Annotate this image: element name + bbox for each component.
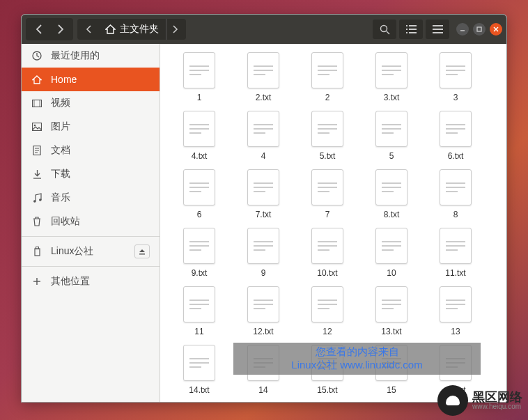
home-icon — [31, 75, 42, 84]
image-icon — [31, 123, 42, 131]
path-expand-icon[interactable] — [166, 25, 185, 33]
sidebar-item-home[interactable]: Home — [22, 68, 160, 91]
file-item[interactable]: 1 — [167, 52, 231, 102]
path-label: 主文件夹 — [120, 23, 159, 36]
file-label: 14.txt — [189, 385, 209, 395]
sidebar-item-label: 视频 — [51, 97, 70, 109]
path-back-icon[interactable] — [79, 25, 98, 33]
file-item[interactable]: 5.txt — [295, 111, 359, 161]
file-label: 1 — [197, 93, 202, 102]
file-label: 15.txt — [317, 385, 337, 395]
file-label: 10 — [387, 268, 396, 278]
file-label: 13.txt — [381, 327, 401, 336]
svg-rect-8 — [433, 25, 443, 26]
text-file-icon — [440, 52, 472, 88]
search-button[interactable] — [373, 20, 396, 39]
breadcrumb[interactable]: 主文件夹 — [77, 19, 186, 40]
file-label: 2.txt — [256, 93, 272, 102]
file-item[interactable]: 13 — [424, 286, 488, 336]
sidebar-item-downloads[interactable]: 下载 — [22, 162, 160, 186]
file-item[interactable]: 4 — [231, 111, 295, 161]
svg-point-0 — [380, 25, 387, 31]
text-file-icon — [183, 111, 215, 147]
sidebar-item-recent[interactable]: 最近使用的 — [22, 44, 160, 68]
window-controls — [456, 23, 502, 36]
titlebar: 主文件夹 — [22, 15, 506, 44]
file-label: 11 — [194, 327, 203, 336]
svg-rect-5 — [409, 29, 417, 30]
file-item[interactable]: 3 — [424, 52, 488, 102]
view-list-button[interactable] — [399, 20, 423, 39]
sidebar-separator — [22, 236, 160, 237]
file-item[interactable]: 9 — [231, 228, 295, 278]
forward-button[interactable] — [49, 20, 72, 39]
file-item[interactable]: 6 — [167, 169, 231, 219]
sidebar-device-usb[interactable]: Linux公社 — [22, 240, 160, 263]
eject-button[interactable] — [134, 244, 150, 258]
sidebar-item-label: 回收站 — [51, 215, 80, 228]
path-segment-home[interactable]: 主文件夹 — [98, 19, 166, 40]
text-file-icon — [440, 286, 472, 322]
sidebar-item-label: 最近使用的 — [51, 49, 100, 62]
file-label: 3.txt — [384, 93, 400, 102]
file-label: 10.txt — [317, 268, 337, 278]
mushroom-icon — [437, 385, 468, 416]
text-file-icon — [440, 111, 472, 147]
text-file-icon — [375, 169, 407, 205]
file-item[interactable]: 14.txt — [167, 345, 231, 395]
home-icon — [105, 24, 116, 34]
trash-icon — [31, 217, 42, 226]
text-file-icon — [247, 286, 279, 322]
svg-line-1 — [387, 31, 389, 34]
maximize-button[interactable] — [473, 23, 486, 36]
file-item[interactable]: 10 — [359, 228, 424, 278]
sidebar: 最近使用的 Home 视频 图片 文档 下载 — [22, 44, 160, 402]
file-item[interactable]: 7.txt — [231, 169, 295, 219]
file-item[interactable]: 11 — [167, 286, 231, 336]
clock-icon — [31, 51, 42, 61]
file-item[interactable]: 4.txt — [167, 111, 231, 161]
svg-rect-29 — [36, 247, 38, 249]
file-item[interactable]: 6.txt — [424, 111, 488, 161]
sidebar-item-label: 其他位置 — [51, 275, 90, 288]
svg-rect-10 — [433, 32, 443, 33]
watermark-line2: Linux公社 www.linuxidc.com — [291, 359, 422, 372]
sidebar-item-trash[interactable]: 回收站 — [22, 210, 160, 233]
file-label: 3 — [453, 93, 458, 102]
file-item[interactable]: 12 — [295, 286, 359, 336]
file-item[interactable]: 8 — [424, 169, 488, 219]
sidebar-item-other-locations[interactable]: 其他位置 — [22, 270, 160, 293]
svg-point-20 — [34, 125, 36, 127]
file-item[interactable]: 11.txt — [424, 228, 488, 278]
file-label: 8 — [453, 210, 458, 219]
close-button[interactable] — [490, 23, 502, 36]
hamburger-menu-button[interactable] — [426, 20, 449, 39]
file-item[interactable]: 12.txt — [231, 286, 295, 336]
file-item[interactable]: 13.txt — [359, 286, 424, 336]
file-item[interactable]: 5 — [359, 111, 424, 161]
back-button[interactable] — [27, 20, 49, 39]
sidebar-item-music[interactable]: 音乐 — [22, 186, 160, 210]
file-label: 7.txt — [256, 210, 272, 219]
text-file-icon — [440, 228, 472, 264]
sidebar-item-label: 音乐 — [51, 192, 70, 204]
minimize-button[interactable] — [456, 23, 469, 36]
file-item[interactable]: 10.txt — [295, 228, 359, 278]
video-icon — [31, 100, 42, 107]
sidebar-item-videos[interactable]: 视频 — [22, 91, 160, 115]
file-label: 12.txt — [253, 327, 273, 336]
file-item[interactable]: 3.txt — [359, 52, 424, 102]
nav-buttons — [26, 18, 73, 40]
file-item[interactable]: 8.txt — [359, 169, 424, 219]
file-item[interactable]: 2 — [295, 52, 359, 102]
sidebar-item-label: 下载 — [51, 168, 70, 180]
text-file-icon — [311, 111, 343, 147]
sidebar-item-documents[interactable]: 文档 — [22, 139, 160, 162]
text-file-icon — [375, 228, 407, 264]
file-item[interactable]: 2.txt — [231, 52, 295, 102]
file-label: 15 — [387, 385, 396, 395]
file-label: 14 — [258, 385, 267, 395]
file-item[interactable]: 7 — [295, 169, 359, 219]
file-item[interactable]: 9.txt — [167, 228, 231, 278]
sidebar-item-pictures[interactable]: 图片 — [22, 115, 160, 139]
